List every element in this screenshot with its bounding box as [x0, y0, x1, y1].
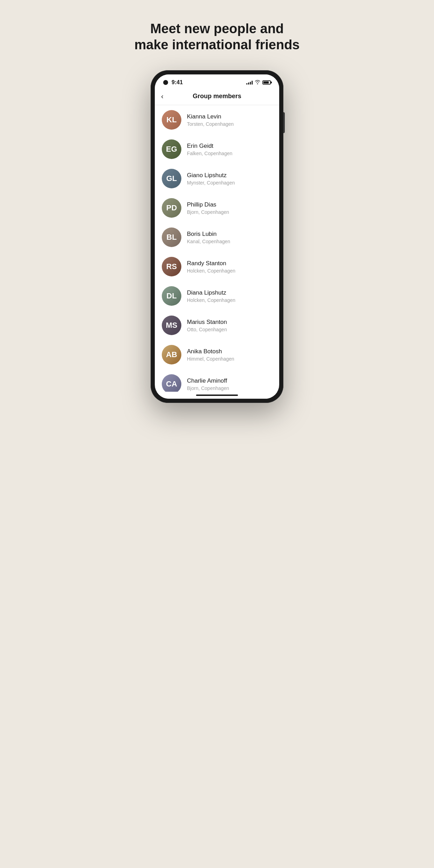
member-name: Anika Botosh — [187, 348, 272, 355]
member-name: Erin Geidt — [187, 143, 272, 150]
nav-bar: ‹ Group members — [155, 89, 279, 105]
phone-frame: 9:41 — [151, 70, 283, 403]
avatar: EG — [162, 139, 181, 159]
list-item[interactable]: PDPhillip DiasBjorn, Copenhagen — [155, 193, 279, 223]
member-location: Otto, Copenhagen — [187, 327, 272, 332]
list-item[interactable]: GLGiano LipshutzMynster, Copenhagen — [155, 164, 279, 193]
member-location: Mynster, Copenhagen — [187, 180, 272, 186]
status-bar-right — [246, 80, 271, 85]
member-name: Diana Lipshutz — [187, 289, 272, 296]
phone-screen: 9:41 — [155, 74, 279, 399]
avatar: DL — [162, 286, 181, 306]
member-location: Torsten, Copenhagen — [187, 121, 272, 127]
member-location: Holcken, Copenhagen — [187, 268, 272, 274]
member-name: Marius Stanton — [187, 319, 272, 326]
members-list: KLKianna LevinTorsten, CopenhagenEGErin … — [155, 105, 279, 392]
member-name: Kianna Levin — [187, 113, 272, 120]
member-name: Giano Lipshutz — [187, 172, 272, 179]
member-location: Bjorn, Copenhagen — [187, 209, 272, 215]
avatar: CA — [162, 374, 181, 392]
member-name: Charlie Aminoff — [187, 377, 272, 384]
member-location: Falken, Copenhagen — [187, 151, 272, 156]
avatar: PD — [162, 198, 181, 218]
time-display: 9:41 — [172, 79, 183, 86]
signal-icon — [246, 80, 253, 85]
list-item[interactable]: BLBoris LubinKanal, Copenhagen — [155, 223, 279, 252]
home-indicator — [155, 392, 279, 399]
avatar: BL — [162, 227, 181, 247]
avatar: MS — [162, 316, 181, 335]
member-name: Boris Lubin — [187, 231, 272, 238]
avatar: RS — [162, 257, 181, 276]
list-item[interactable]: MSMarius StantonOtto, Copenhagen — [155, 311, 279, 340]
status-bar: 9:41 — [155, 74, 279, 89]
list-item[interactable]: KLKianna LevinTorsten, Copenhagen — [155, 105, 279, 135]
avatar: GL — [162, 169, 181, 188]
status-bar-left: 9:41 — [163, 79, 183, 86]
member-location: Holcken, Copenhagen — [187, 297, 272, 303]
member-location: Bjorn, Copenhagen — [187, 385, 272, 391]
avatar: KL — [162, 110, 181, 130]
wifi-icon — [255, 80, 260, 85]
battery-icon — [262, 80, 271, 85]
member-location: Kanal, Copenhagen — [187, 239, 272, 244]
page-wrapper: Meet new people and make international f… — [109, 0, 326, 434]
camera-icon — [163, 80, 168, 85]
list-item[interactable]: DLDiana LipshutzHolcken, Copenhagen — [155, 281, 279, 311]
member-name: Randy Stanton — [187, 260, 272, 267]
list-item[interactable]: CACharlie AminoffBjorn, Copenhagen — [155, 369, 279, 392]
headline: Meet new people and make international f… — [133, 21, 301, 53]
avatar: AB — [162, 345, 181, 364]
back-button[interactable]: ‹ — [161, 92, 164, 100]
list-item[interactable]: RSRandy StantonHolcken, Copenhagen — [155, 252, 279, 281]
member-location: Himmel, Copenhagen — [187, 356, 272, 362]
nav-title: Group members — [193, 93, 241, 100]
list-item[interactable]: EGErin GeidtFalken, Copenhagen — [155, 135, 279, 164]
member-name: Phillip Dias — [187, 201, 272, 208]
list-item[interactable]: ABAnika BotoshHimmel, Copenhagen — [155, 340, 279, 369]
